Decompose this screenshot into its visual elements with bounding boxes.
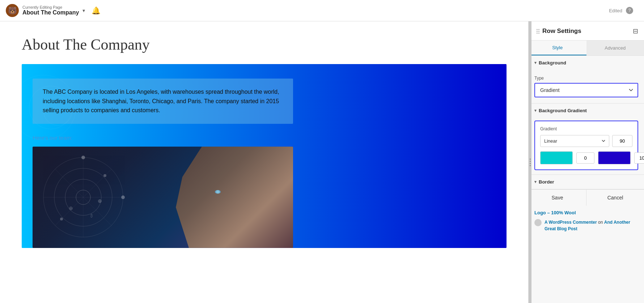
team-image: ⊕ ⊕ ₿ bbox=[33, 147, 293, 248]
svg-point-8 bbox=[81, 156, 85, 159]
panel-header: Row Settings ⊟ bbox=[529, 21, 644, 41]
company-description: The ABC Company is located in Los Angele… bbox=[43, 87, 283, 115]
panel-link-1[interactable]: Logo – 100% Wool bbox=[534, 210, 638, 215]
topbar-title-area: Currently Editing Page About The Company bbox=[22, 5, 79, 16]
border-section: ▾ Border bbox=[529, 175, 644, 189]
topbar-title: About The Company bbox=[22, 9, 79, 16]
save-button[interactable]: Save bbox=[529, 190, 586, 206]
gradient-type-select[interactable]: Linear Radial bbox=[540, 135, 609, 147]
svg-text:₿: ₿ bbox=[90, 213, 93, 218]
color-stop-2-value[interactable] bbox=[634, 152, 644, 164]
topbar-help-button[interactable]: ? bbox=[626, 7, 633, 14]
comment-on-text: on bbox=[598, 220, 604, 225]
site-logo: 🐻 bbox=[6, 4, 19, 17]
bg-gradient-arrow-icon: ▾ bbox=[534, 108, 537, 113]
cancel-button[interactable]: Cancel bbox=[586, 190, 644, 206]
background-section-label: Background bbox=[539, 60, 566, 66]
topbar-bell-icon[interactable]: 🔔 bbox=[92, 6, 101, 15]
border-section-header[interactable]: ▾ Border bbox=[529, 175, 644, 189]
person-silhouette bbox=[163, 147, 293, 248]
panel-header-left: Row Settings bbox=[537, 28, 581, 35]
background-section-header[interactable]: ▾ Background bbox=[529, 56, 644, 70]
svg-point-11 bbox=[60, 218, 63, 220]
color-stop-2-swatch[interactable] bbox=[598, 151, 631, 164]
content-area: About The Company The ABC Company is loc… bbox=[0, 21, 528, 303]
gradient-type-row: Linear Radial bbox=[540, 135, 632, 147]
right-panel: Row Settings ⊟ Style Advanced ▾ Backgrou… bbox=[528, 21, 644, 303]
background-arrow-icon: ▾ bbox=[534, 60, 537, 65]
topbar-chevron-icon[interactable]: ▾ bbox=[82, 8, 85, 13]
comment-author-link[interactable]: A WordPress Commenter bbox=[545, 220, 597, 225]
team-label: Here's our team: bbox=[33, 135, 496, 141]
comment-text: A WordPress Commenter on And Another Gre… bbox=[545, 219, 638, 232]
svg-text:⊕: ⊕ bbox=[98, 198, 102, 204]
panel-links: Logo – 100% Wool A WordPress Commenter o… bbox=[529, 206, 644, 236]
background-gradient-section: ▾ Background Gradient Gradient Linear Ra… bbox=[529, 104, 644, 175]
background-section: ▾ Background Type Gradient None Classic … bbox=[529, 56, 644, 104]
panel-buttons: Save Cancel bbox=[529, 189, 644, 206]
background-section-body: Type Gradient None Classic Video bbox=[529, 70, 644, 103]
panel-title: Row Settings bbox=[542, 28, 581, 35]
panel-drag-icon[interactable] bbox=[537, 29, 539, 34]
gradient-box-title: Gradient bbox=[540, 126, 632, 131]
panel-collapse-button[interactable]: ⊟ bbox=[633, 27, 638, 35]
tab-style[interactable]: Style bbox=[529, 41, 586, 55]
page-title: About The Company bbox=[22, 36, 507, 53]
main-layout: About The Company The ABC Company is loc… bbox=[0, 21, 644, 303]
comment-avatar bbox=[534, 219, 542, 226]
eye-detail bbox=[215, 190, 221, 194]
topbar-edited-label: Edited bbox=[609, 8, 622, 13]
bg-gradient-section-header[interactable]: ▾ Background Gradient bbox=[529, 104, 644, 118]
color-stops-row bbox=[540, 151, 632, 164]
color-stop-1-value[interactable] bbox=[576, 152, 594, 164]
border-section-label: Border bbox=[539, 179, 554, 185]
svg-text:⊕: ⊕ bbox=[69, 205, 73, 211]
panel-resize-handle[interactable] bbox=[529, 21, 531, 303]
gradient-inner-box: Gradient Linear Radial bbox=[534, 121, 638, 170]
border-arrow-icon: ▾ bbox=[534, 180, 537, 184]
panel-comment-row: A WordPress Commenter on And Another Gre… bbox=[534, 219, 638, 232]
svg-point-10 bbox=[103, 174, 106, 177]
panel-tabs: Style Advanced bbox=[529, 41, 644, 56]
gradient-section: The ABC Company is located in Los Angele… bbox=[22, 64, 507, 248]
svg-point-9 bbox=[121, 195, 125, 199]
gradient-angle-input[interactable] bbox=[612, 135, 632, 147]
type-label: Type bbox=[534, 76, 638, 81]
topbar-subtitle: Currently Editing Page bbox=[22, 5, 79, 9]
tab-advanced[interactable]: Advanced bbox=[586, 41, 644, 55]
bg-gradient-section-label: Background Gradient bbox=[539, 108, 587, 113]
topbar: 🐻 Currently Editing Page About The Compa… bbox=[0, 0, 644, 21]
background-type-select[interactable]: Gradient None Classic Video bbox=[534, 83, 638, 97]
color-stop-1-swatch[interactable] bbox=[540, 151, 573, 164]
